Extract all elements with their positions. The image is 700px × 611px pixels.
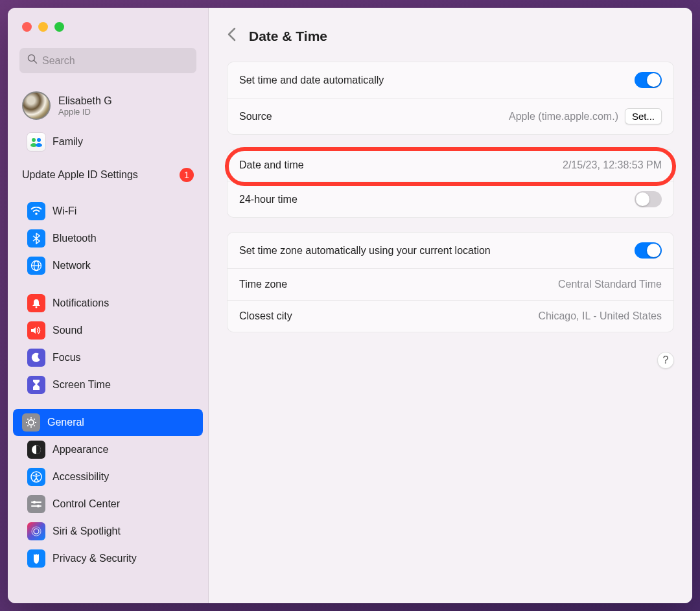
svg-point-5: [36, 143, 42, 147]
svg-line-16: [27, 419, 28, 419]
search-icon: [27, 54, 38, 67]
sidebar-item-general[interactable]: General: [13, 409, 203, 436]
bluetooth-icon: [27, 229, 45, 248]
sidebar: Elisabeth G Apple ID Family Update Apple…: [8, 8, 209, 603]
user-name: Elisabeth G: [58, 95, 112, 107]
close-window-button[interactable]: [22, 22, 32, 32]
svg-point-10: [36, 306, 38, 308]
toggle-24-hour[interactable]: [635, 191, 662, 207]
sidebar-item-label: General: [47, 417, 194, 428]
row-label: Closest city: [239, 310, 538, 322]
sidebar-item-label: Privacy & Security: [52, 553, 189, 564]
sidebar-item-label: Family: [52, 136, 189, 148]
privacy-icon: [27, 549, 45, 568]
family-icon: [27, 133, 45, 151]
toggle-auto-time[interactable]: [635, 72, 662, 88]
sidebar-item-accessibility[interactable]: Accessibility: [13, 463, 203, 490]
settings-window: Elisabeth G Apple ID Family Update Apple…: [8, 8, 692, 603]
sidebar-item-appearance[interactable]: Appearance: [13, 436, 203, 463]
panel-timezone: Set time zone automatically using your c…: [227, 232, 674, 332]
update-apple-id-row[interactable]: Update Apple ID Settings 1: [8, 159, 208, 187]
page-title: Date & Time: [249, 29, 327, 44]
row-closest-city: Closest city Chicago, IL - United States: [228, 301, 673, 332]
sidebar-item-label: Focus: [52, 352, 189, 363]
sidebar-item-label: Notifications: [52, 297, 189, 309]
svg-point-26: [37, 505, 40, 507]
update-text: Update Apple ID Settings: [22, 169, 173, 181]
accessibility-icon: [27, 468, 45, 486]
svg-point-3: [37, 138, 41, 142]
search-field[interactable]: [19, 48, 196, 73]
row-24-hour: 24-hour time: [228, 181, 673, 217]
row-value: 2/15/23, 12:38:53 PM: [563, 159, 662, 171]
focus-icon: [27, 349, 45, 367]
sidebar-item-label: Bluetooth: [52, 233, 189, 244]
maximize-window-button[interactable]: [54, 22, 64, 32]
row-date-time[interactable]: Date and time 2/15/23, 12:38:53 PM: [228, 150, 673, 181]
row-label: Time zone: [239, 279, 558, 290]
row-auto-timezone: Set time zone automatically using your c…: [228, 233, 673, 269]
sidebar-item-label: Wi-Fi: [52, 205, 189, 217]
wifi-icon: [27, 202, 45, 220]
help-row: ?: [227, 347, 674, 369]
sidebar-item-bluetooth[interactable]: Bluetooth: [13, 225, 203, 252]
general-icon: [22, 413, 40, 432]
control-center-icon: [27, 495, 45, 513]
minimize-window-button[interactable]: [38, 22, 48, 32]
sidebar-item-notifications[interactable]: Notifications: [13, 290, 203, 317]
main-content: Date & Time Set time and date automatica…: [209, 8, 692, 603]
sidebar-item-control-center[interactable]: Control Center: [13, 490, 203, 518]
screen-time-icon: [27, 376, 45, 394]
apple-id-row[interactable]: Elisabeth G Apple ID: [8, 85, 208, 128]
svg-line-18: [27, 425, 28, 426]
row-timezone: Time zone Central Standard Time: [228, 269, 673, 301]
svg-point-11: [29, 420, 34, 425]
svg-line-1: [34, 61, 37, 63]
row-source: Source Apple (time.apple.com.) Set...: [228, 98, 673, 134]
set-source-button[interactable]: Set...: [625, 108, 662, 124]
row-label: Set time zone automatically using your c…: [239, 245, 635, 257]
sidebar-item-label: Sound: [52, 325, 189, 336]
sidebar-item-family[interactable]: Family: [13, 128, 203, 159]
siri-icon: [27, 522, 45, 540]
sidebar-item-label: Screen Time: [52, 379, 189, 391]
svg-point-6: [35, 213, 38, 215]
row-value: Central Standard Time: [558, 279, 662, 290]
search-input[interactable]: [42, 55, 189, 67]
sidebar-item-label: Control Center: [52, 498, 189, 510]
row-value: Chicago, IL - United States: [538, 310, 662, 322]
sidebar-item-network[interactable]: Network: [13, 252, 203, 279]
sidebar-item-siri-spotlight[interactable]: Siri & Spotlight: [13, 518, 203, 545]
row-value: Apple (time.apple.com.): [509, 111, 618, 122]
sidebar-item-wifi[interactable]: Wi-Fi: [13, 198, 203, 225]
user-sub: Apple ID: [58, 107, 112, 117]
sound-icon: [27, 321, 45, 340]
toggle-auto-timezone[interactable]: [635, 242, 662, 259]
panel-date-time: Date and time 2/15/23, 12:38:53 PM 24-ho…: [227, 149, 674, 218]
svg-point-28: [34, 529, 39, 534]
svg-point-24: [33, 501, 36, 503]
svg-point-2: [32, 138, 36, 142]
row-auto-time: Set time and date automatically: [228, 62, 673, 98]
row-label: Set time and date automatically: [239, 75, 635, 86]
notifications-icon: [27, 294, 45, 312]
badge-count: 1: [180, 168, 194, 182]
sidebar-item-sound[interactable]: Sound: [13, 317, 203, 344]
sidebar-item-label: Siri & Spotlight: [52, 525, 189, 537]
sidebar-item-privacy-security[interactable]: Privacy & Security: [13, 545, 203, 572]
page-header: Date & Time: [227, 21, 674, 62]
help-button[interactable]: ?: [657, 352, 674, 369]
panel-auto-time: Set time and date automatically Source A…: [227, 62, 674, 135]
row-label: 24-hour time: [239, 194, 635, 205]
sidebar-item-screen-time[interactable]: Screen Time: [13, 371, 203, 398]
user-avatar: [22, 91, 51, 120]
back-button[interactable]: [227, 26, 236, 46]
sidebar-item-focus[interactable]: Focus: [13, 344, 203, 371]
row-label: Source: [239, 111, 509, 122]
sidebar-item-label: Network: [52, 260, 189, 271]
sidebar-item-label: Appearance: [52, 444, 189, 455]
sidebar-item-label: Accessibility: [52, 471, 189, 483]
network-icon: [27, 257, 45, 275]
svg-line-17: [34, 425, 34, 426]
svg-point-22: [36, 474, 38, 476]
